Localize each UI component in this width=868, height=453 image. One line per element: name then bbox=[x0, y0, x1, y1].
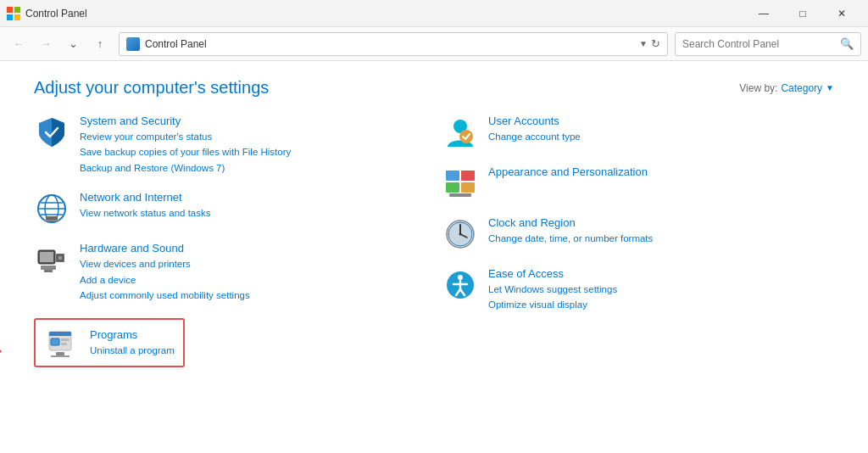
programs-text: Programs Uninstall a program bbox=[90, 328, 175, 358]
main-content: Adjust your computer's settings View by:… bbox=[0, 61, 868, 400]
network-internet-text: Network and Internet View network status… bbox=[80, 191, 426, 221]
hardware-sound-link-3[interactable]: Adjust commonly used mobility settings bbox=[80, 288, 426, 303]
appearance-item: Appearance and Personalization bbox=[442, 165, 834, 201]
clock-region-link-1[interactable]: Change date, time, or number formats bbox=[488, 231, 834, 246]
svg-rect-23 bbox=[56, 352, 64, 355]
search-bar[interactable]: 🔍 bbox=[675, 32, 861, 56]
content-columns: System and Security Review your computer… bbox=[34, 115, 834, 383]
svg-rect-22 bbox=[61, 343, 67, 345]
up-button[interactable]: ↑ bbox=[88, 32, 112, 56]
svg-rect-19 bbox=[51, 338, 59, 345]
view-by: View by: Category ▼ bbox=[739, 82, 834, 94]
user-accounts-icon bbox=[442, 115, 478, 150]
minimize-button[interactable]: — bbox=[744, 0, 783, 27]
view-by-value[interactable]: Category bbox=[781, 82, 822, 94]
arrow-indicator-icon: ➔ bbox=[0, 337, 3, 365]
system-security-item: System and Security Review your computer… bbox=[34, 115, 426, 176]
hardware-sound-icon bbox=[34, 242, 70, 277]
hardware-sound-link-1[interactable]: View devices and printers bbox=[80, 256, 426, 271]
user-accounts-item: User Accounts Change account type bbox=[442, 115, 834, 150]
network-internet-icon bbox=[34, 191, 70, 226]
hardware-sound-item: Hardware and Sound View devices and prin… bbox=[34, 242, 426, 303]
forward-button[interactable]: → bbox=[34, 32, 58, 56]
svg-point-37 bbox=[459, 233, 462, 236]
system-security-icon bbox=[34, 115, 70, 150]
address-icon bbox=[126, 37, 140, 51]
left-column: System and Security Review your computer… bbox=[34, 115, 426, 383]
hardware-sound-link-2[interactable]: Add a device bbox=[80, 272, 426, 288]
network-internet-title[interactable]: Network and Internet bbox=[80, 191, 426, 204]
title-bar-text: Control Panel bbox=[25, 8, 744, 20]
programs-wrapper: ➔ bbox=[34, 318, 185, 383]
ease-access-icon bbox=[442, 267, 478, 303]
clock-region-item: Clock and Region Change date, time, or n… bbox=[442, 216, 834, 252]
svg-rect-12 bbox=[40, 252, 53, 262]
right-column: User Accounts Change account type A bbox=[426, 115, 834, 383]
back-button[interactable]: ← bbox=[7, 32, 31, 56]
ease-access-link-1[interactable]: Let Windows suggest settings bbox=[488, 282, 834, 297]
user-accounts-link-1[interactable]: Change account type bbox=[488, 129, 834, 144]
maximize-button[interactable]: □ bbox=[783, 0, 822, 27]
svg-rect-2 bbox=[7, 14, 13, 20]
user-accounts-title[interactable]: User Accounts bbox=[488, 115, 834, 127]
svg-rect-9 bbox=[46, 216, 58, 220]
refresh-icon[interactable]: ↻ bbox=[651, 37, 660, 50]
address-dropdown-icon[interactable]: ▼ bbox=[639, 39, 648, 48]
system-security-link-1[interactable]: Review your computer's status bbox=[80, 129, 426, 144]
svg-rect-10 bbox=[44, 220, 59, 221]
svg-point-14 bbox=[58, 255, 63, 260]
programs-link-1[interactable]: Uninstall a program bbox=[90, 343, 175, 358]
recent-pages-button[interactable]: ⌄ bbox=[61, 32, 85, 56]
system-security-text: System and Security Review your computer… bbox=[80, 115, 426, 176]
system-security-link-3[interactable]: Backup and Restore (Windows 7) bbox=[80, 160, 426, 176]
appearance-text: Appearance and Personalization bbox=[488, 165, 834, 180]
network-internet-link-1[interactable]: View network status and tasks bbox=[80, 205, 426, 221]
ease-access-title[interactable]: Ease of Access bbox=[488, 267, 834, 280]
search-input[interactable] bbox=[682, 38, 840, 50]
svg-rect-21 bbox=[61, 338, 70, 341]
svg-rect-31 bbox=[449, 193, 471, 197]
svg-point-39 bbox=[458, 275, 463, 280]
svg-rect-24 bbox=[51, 355, 70, 357]
svg-rect-29 bbox=[446, 182, 459, 193]
appearance-icon bbox=[442, 165, 478, 201]
ease-access-item: Ease of Access Let Windows suggest setti… bbox=[442, 267, 834, 313]
svg-rect-16 bbox=[44, 270, 53, 272]
address-text: Control Panel bbox=[145, 38, 639, 50]
close-button[interactable]: ✕ bbox=[822, 0, 861, 27]
view-by-caret-icon[interactable]: ▼ bbox=[826, 83, 834, 92]
ease-access-link-2[interactable]: Optimize visual display bbox=[488, 297, 834, 312]
programs-title[interactable]: Programs bbox=[90, 328, 175, 341]
system-security-title[interactable]: System and Security bbox=[80, 115, 426, 127]
nav-bar: ← → ⌄ ↑ Control Panel ▼ ↻ 🔍 bbox=[0, 27, 868, 61]
page-header: Adjust your computer's settings View by:… bbox=[34, 78, 834, 98]
app-icon bbox=[7, 7, 20, 20]
svg-rect-0 bbox=[7, 7, 13, 13]
clock-region-text: Clock and Region Change date, time, or n… bbox=[488, 216, 834, 246]
title-bar: Control Panel — □ ✕ bbox=[0, 0, 868, 27]
address-bar[interactable]: Control Panel ▼ ↻ bbox=[119, 32, 668, 56]
user-accounts-text: User Accounts Change account type bbox=[488, 115, 834, 144]
network-internet-item: Network and Internet View network status… bbox=[34, 191, 426, 226]
svg-rect-18 bbox=[49, 332, 71, 336]
search-icon: 🔍 bbox=[840, 37, 854, 50]
svg-rect-27 bbox=[446, 171, 459, 181]
svg-rect-1 bbox=[14, 7, 20, 13]
clock-region-title[interactable]: Clock and Region bbox=[488, 216, 834, 229]
view-by-label: View by: bbox=[739, 82, 777, 94]
programs-icon bbox=[44, 325, 80, 361]
clock-region-icon bbox=[442, 216, 478, 252]
svg-point-26 bbox=[459, 130, 473, 143]
appearance-title[interactable]: Appearance and Personalization bbox=[488, 165, 834, 178]
title-bar-controls: — □ ✕ bbox=[744, 0, 861, 27]
svg-rect-15 bbox=[41, 266, 56, 270]
svg-rect-28 bbox=[461, 171, 475, 181]
programs-item[interactable]: Programs Uninstall a program bbox=[34, 318, 185, 367]
svg-rect-3 bbox=[14, 14, 20, 20]
ease-access-text: Ease of Access Let Windows suggest setti… bbox=[488, 267, 834, 313]
system-security-link-2[interactable]: Save backup copies of your files with Fi… bbox=[80, 144, 426, 159]
hardware-sound-title[interactable]: Hardware and Sound bbox=[80, 242, 426, 254]
hardware-sound-text: Hardware and Sound View devices and prin… bbox=[80, 242, 426, 303]
page-title: Adjust your computer's settings bbox=[34, 78, 269, 98]
svg-rect-30 bbox=[461, 182, 475, 193]
